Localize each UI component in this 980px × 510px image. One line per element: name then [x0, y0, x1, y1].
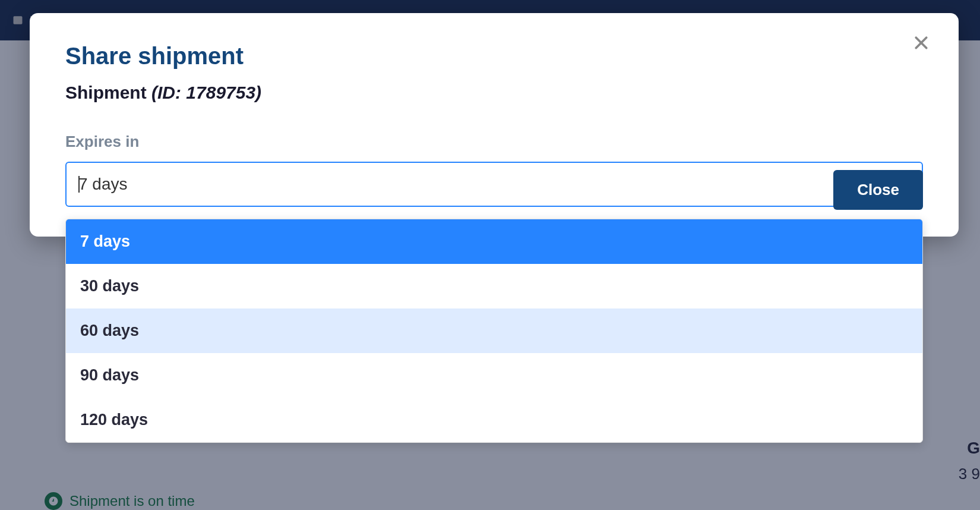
select-value: 7 days — [78, 175, 874, 194]
modal-subtitle: Shipment (ID: 1789753) — [65, 83, 923, 103]
dropdown-option[interactable]: 60 days — [66, 308, 922, 353]
expires-dropdown: 7 days30 days60 days90 days120 days — [65, 219, 923, 443]
close-button[interactable]: Close — [833, 170, 923, 210]
close-icon[interactable] — [912, 34, 930, 54]
dropdown-option[interactable]: 7 days — [66, 219, 922, 264]
share-shipment-modal: Share shipment Shipment (ID: 1789753) Ex… — [30, 13, 959, 237]
dropdown-option[interactable]: 30 days — [66, 264, 922, 308]
shipment-id: (ID: 1789753) — [151, 83, 261, 102]
expires-label: Expires in — [65, 133, 923, 151]
modal-title: Share shipment — [65, 43, 923, 70]
dropdown-option[interactable]: 120 days — [66, 398, 922, 442]
text-cursor — [78, 176, 80, 193]
dropdown-option[interactable]: 90 days — [66, 353, 922, 398]
subtitle-prefix: Shipment — [65, 83, 151, 102]
expires-select[interactable]: 7 days — [65, 162, 923, 207]
